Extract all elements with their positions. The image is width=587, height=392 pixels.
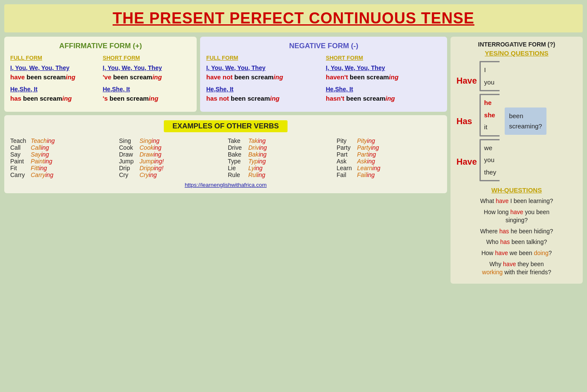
verb-pair-teach: Teach Teaching <box>10 137 115 144</box>
affirmative-box: AFFIRMATIVE FORM (+) FULL FORM I, You, W… <box>4 37 197 112</box>
wh-q1: What have I been learning? <box>456 197 577 206</box>
neg-short-verb2: hasn't been screaming <box>326 94 441 103</box>
examples-box: EXAMPLES OF OTHER VERBS Teach Teaching C… <box>4 115 447 193</box>
verb-pair-type: Type Typing <box>228 158 332 165</box>
wh-q3: Where has he been hiding? <box>456 227 577 236</box>
neg-subject1: I, You, We, You, They <box>206 64 321 71</box>
interrogative-diagram: Have Has Have I you he she it we you t <box>456 61 577 181</box>
verb-pair-cook: Cook Cooking <box>119 144 224 151</box>
aff-full-verb1: have been screaming <box>10 73 99 81</box>
negative-box: NEGATIVE FORM (-) FULL FORM I, You, We, … <box>200 37 447 112</box>
aff-short-label: SHORT FORM <box>103 55 191 61</box>
negative-short-col: SHORT FORM I, You, We, You, They haven't… <box>326 55 441 107</box>
right-panel: INTERROGATIVE FORM (?) YES/NO QUESTIONS … <box>450 37 583 284</box>
wh-q6: Why have they beenworking with their fri… <box>456 260 577 277</box>
verb-pair-pity: Pity Pitying <box>337 137 441 144</box>
main-title: THE PRESENT PERFECT CONTINUOUS TENSE <box>4 4 583 32</box>
verb-pair-draw: Draw Drawing <box>119 151 224 158</box>
wh-q2: How long have you beensinging? <box>456 208 577 225</box>
been-screaming: beenscreaming? <box>505 107 546 135</box>
verb-pair-call: Call Calling <box>10 144 115 151</box>
aff-short-subject1: I, You, We, You, They <box>103 64 191 71</box>
examples-title: EXAMPLES OF OTHER VERBS <box>164 120 287 132</box>
neg-short-label: SHORT FORM <box>326 55 441 61</box>
neg-full-label: FULL FORM <box>206 55 321 61</box>
verb-pair-carry: Carry Carrying <box>10 171 115 178</box>
aff-subject1: I, You, We, You, They <box>10 64 99 71</box>
aff-short-subject2: He,She, It <box>103 86 191 93</box>
verb-pair-party: Party Partying <box>337 144 441 151</box>
verb-pair-part: Part Parting <box>337 151 441 158</box>
affirmative-title: AFFIRMATIVE FORM (+) <box>10 42 191 50</box>
verb-col-3: Take Taking Drive Driving Bake Baking Ty… <box>228 137 332 178</box>
verb-col-4: Pity Pitying Party Partying Part Parting… <box>337 137 441 178</box>
verb-pair-drive: Drive Driving <box>228 144 332 151</box>
website-link: https://learnenglishwithafrica.com <box>10 182 441 188</box>
aff-full-verb2: has been screaming <box>10 94 99 103</box>
verb-pair-paint: Paint Painting <box>10 158 115 165</box>
verb-pair-say: Say Saying <box>10 151 115 158</box>
neg-short-subject1: I, You, We, You, They <box>326 64 441 71</box>
verb-pair-sing: Sing Singing <box>119 137 224 144</box>
verb-col-1: Teach Teaching Call Calling Say Saying P… <box>10 137 115 178</box>
yesno-label: YES/NO QUESTIONS <box>456 49 577 57</box>
neg-full-verb2: has not been screaming <box>206 94 321 103</box>
verb-pair-jump: Jump Jumping! <box>119 158 224 165</box>
verb-pair-bake: Bake Baking <box>228 151 332 158</box>
verb-pair-drip: Drip Dripping! <box>119 165 224 171</box>
negative-full-col: FULL FORM I, You, We, You, They have not… <box>206 55 321 107</box>
verb-pair-cry: Cry Crying <box>119 171 224 178</box>
neg-short-verb1: haven't been screaming <box>326 73 441 81</box>
affirmative-short-col: SHORT FORM I, You, We, You, They 've bee… <box>103 55 191 107</box>
neg-short-subject2: He,She, It <box>326 86 441 93</box>
verb-col-2: Sing Singing Cook Cooking Draw Drawing J… <box>119 137 224 178</box>
wh-q4: Who has been talking? <box>456 238 577 247</box>
aff-short-verb2: 's been screaming <box>103 94 191 103</box>
verb-pair-take: Take Taking <box>228 137 332 144</box>
interrogative-title: INTERROGATIVE FORM (?) <box>456 41 577 48</box>
verb-pair-fail: Fail Failing <box>337 171 441 178</box>
aff-subject2: He,She, It <box>10 86 99 93</box>
verb-pair-learn: Learn Learning <box>337 165 441 171</box>
wh-label: WH-QUESTIONS <box>456 186 577 194</box>
aff-full-label: FULL FORM <box>10 55 99 61</box>
neg-subject2: He,She, It <box>206 86 321 93</box>
wh-q5: How have we been doing? <box>456 249 577 258</box>
verbs-grid: Teach Teaching Call Calling Say Saying P… <box>10 137 441 178</box>
verb-pair-rule: Rule Ruling <box>228 171 332 178</box>
negative-title: NEGATIVE FORM (-) <box>206 42 441 50</box>
verb-pair-fit: Fit Fitting <box>10 165 115 171</box>
affirmative-full-col: FULL FORM I, You, We, You, They have bee… <box>10 55 99 107</box>
aff-short-verb1: 've been screaming <box>103 73 191 81</box>
neg-full-verb1: have not been screaming <box>206 73 321 81</box>
verb-pair-ask: Ask Asking <box>337 158 441 165</box>
verb-pair-lie: Lie Lying <box>228 165 332 171</box>
